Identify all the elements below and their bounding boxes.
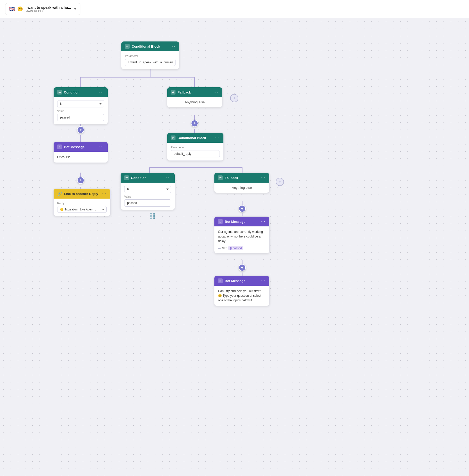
conditional-block-1-menu[interactable]: ···: [171, 44, 175, 49]
bot-message-2-node: □ Bot Message ··· Our agents are current…: [214, 216, 270, 253]
condition-2-select[interactable]: Is: [124, 186, 171, 193]
add-branch-button-2[interactable]: +: [276, 178, 284, 186]
conditional-block-1-header: ⇄ Conditional Block ···: [121, 41, 179, 51]
reply-select[interactable]: 😊 Escalation - Live Agent -...: [57, 206, 107, 213]
link-reply-header: 🔗 Link to another Reply ···: [54, 189, 110, 199]
param-label-2: Parameter: [171, 146, 220, 149]
param-value-1: I_want_to_speak_with_a_human: [125, 59, 175, 66]
topbar-subtitle: MAIN REPLY: [26, 10, 71, 13]
bot-message-3-title: Bot Message: [225, 279, 245, 283]
bot-message-3-body: Can I try and help you out first? 😊 Type…: [214, 286, 269, 306]
bot-message-3-title-group: □ Bot Message: [218, 278, 245, 283]
condition-1-title-group: ⇄ Condition: [57, 90, 80, 95]
flag-icon: 🇬🇧: [9, 6, 15, 12]
dots-icon-badge: ···: [218, 246, 221, 250]
bot-icon-1: □: [57, 144, 62, 149]
condition-1-menu[interactable]: ···: [99, 90, 104, 95]
conditional-block-1-body: Parameter I_want_to_speak_with_a_human: [121, 51, 179, 69]
condition-1-select[interactable]: Is: [57, 100, 104, 107]
set-label: Set:: [222, 246, 227, 250]
fallback-1-title-group: ⇄ Fallback: [171, 90, 191, 95]
condition-2-body: Is Value passed: [121, 183, 175, 210]
condition-1-body: Is Value passed: [54, 97, 108, 124]
condition-icon-2: ⇄: [124, 175, 129, 180]
bot-message-3-menu[interactable]: ···: [261, 278, 266, 283]
conditional-block-1-title-group: ⇄ Conditional Block: [125, 44, 160, 49]
bot-message-2-menu[interactable]: ···: [261, 219, 266, 224]
plus-icon-4: +: [193, 121, 196, 125]
flow-canvas: ⇄ Conditional Block ··· Parameter I_want…: [0, 18, 469, 476]
add-below-condition-1[interactable]: +: [77, 126, 84, 133]
conditional-block-1-title: Conditional Block: [132, 45, 160, 48]
bot-message-2-text: Our agents are currently working at capa…: [218, 230, 266, 243]
param-label-1: Parameter: [125, 54, 175, 57]
fallback-icon-1: ⇄: [171, 90, 175, 95]
bot-message-2-title-group: □ Bot Message: [218, 219, 245, 224]
add-below-fallback-2[interactable]: +: [239, 205, 246, 212]
fallback-2-header: ⇄ Fallback ···: [214, 173, 269, 183]
conditional-block-2-body: Parameter default_reply: [167, 143, 223, 160]
link-reply-title-group: 🔗 Link to another Reply: [57, 191, 98, 196]
fallback-2-title-group: ⇄ Fallback: [218, 175, 238, 180]
conditional-block-2-title-group: ⇄ Conditional Block: [171, 135, 206, 140]
condition-1-node: ⇄ Condition ··· Is Value passed: [53, 87, 108, 124]
value-content-1: passed: [57, 114, 104, 121]
fallback-2-node: ⇄ Fallback ··· Anything else: [214, 173, 270, 193]
fallback-2-menu[interactable]: ···: [261, 175, 266, 180]
bot-message-1-node: □ Bot Message ··· Of course.: [53, 142, 108, 163]
add-below-botmessage-2[interactable]: +: [239, 264, 246, 271]
value-label-1: Value: [57, 109, 104, 113]
plus-icon-7: +: [241, 266, 243, 270]
plus-icon-1: +: [233, 96, 236, 101]
conditional-block-2-header: ⇄ Conditional Block ···: [167, 133, 223, 143]
bot-message-1-title-group: □ Bot Message: [57, 144, 85, 149]
condition-1-header: ⇄ Condition ···: [54, 87, 108, 97]
bot-message-2-header: □ Bot Message ···: [214, 217, 269, 226]
emoji-icon: 😊: [17, 6, 23, 12]
link-reply-menu[interactable]: ···: [102, 191, 107, 196]
fallback-2-title: Fallback: [225, 176, 238, 180]
bot-message-2-title: Bot Message: [225, 220, 245, 224]
plus-icon-5: +: [279, 179, 281, 185]
plus-icon-3: +: [79, 178, 82, 182]
topbar-title: I want to speak with a hu...: [26, 5, 71, 10]
topbar-info: I want to speak with a hu... MAIN REPLY: [26, 5, 71, 13]
bot-message-1-menu[interactable]: ···: [99, 144, 104, 149]
bot-icon-3: □: [218, 278, 223, 283]
condition-2-header: ⇄ Condition ···: [121, 173, 175, 183]
reply-selector[interactable]: 🇬🇧 😊 I want to speak with a hu... MAIN R…: [5, 3, 80, 15]
conditional-block-2-title: Conditional Block: [178, 136, 206, 140]
add-below-botmessage-1[interactable]: +: [77, 177, 84, 184]
condition-2-title-group: ⇄ Condition: [124, 175, 147, 180]
condition-icon-1: ⇄: [57, 90, 62, 95]
passed-badge: {} passed: [228, 246, 243, 250]
add-branch-button-1[interactable]: +: [230, 94, 238, 102]
add-below-fallback-1[interactable]: +: [191, 120, 198, 127]
fallback-icon-2: ⇄: [218, 175, 223, 180]
bot-message-1-body: Of course.: [54, 152, 108, 163]
link-reply-body: Reply 😊 Escalation - Live Agent -...: [54, 199, 110, 216]
bot-message-1-title: Bot Message: [64, 145, 85, 149]
value-content-2: passed: [124, 199, 171, 207]
conditional-icon: ⇄: [125, 44, 130, 49]
condition-1-title: Condition: [64, 90, 80, 94]
chevron-down-icon: ▼: [74, 7, 77, 11]
condition-2-menu[interactable]: ···: [166, 175, 171, 180]
condition-2-node: ⇄ Condition ··· Is Value passed: [120, 173, 175, 210]
bot-message-3-header: □ Bot Message ···: [214, 276, 269, 286]
conditional-block-2-menu[interactable]: ···: [215, 135, 220, 140]
reply-label: Reply: [57, 202, 107, 205]
topbar: 🇬🇧 😊 I want to speak with a hu... MAIN R…: [0, 0, 469, 18]
bot-icon-2: □: [218, 219, 223, 224]
fallback-1-menu[interactable]: ···: [214, 90, 219, 95]
fallback-2-body: Anything else: [214, 183, 269, 193]
broken-link-icon: ⛓️: [149, 213, 156, 219]
bot-message-3-text: Can I try and help you out first? 😊 Type…: [218, 289, 266, 303]
conditional-block-2-node: ⇄ Conditional Block ··· Parameter defaul…: [167, 133, 224, 161]
fallback-1-header: ⇄ Fallback ···: [167, 87, 222, 97]
param-value-2: default_reply: [171, 150, 220, 157]
fallback-1-title: Fallback: [178, 90, 191, 94]
link-icon: 🔗: [57, 191, 62, 196]
condition-2-title: Condition: [131, 176, 147, 180]
bot-message-2-set-badge: ··· Set: {} passed: [218, 246, 266, 250]
